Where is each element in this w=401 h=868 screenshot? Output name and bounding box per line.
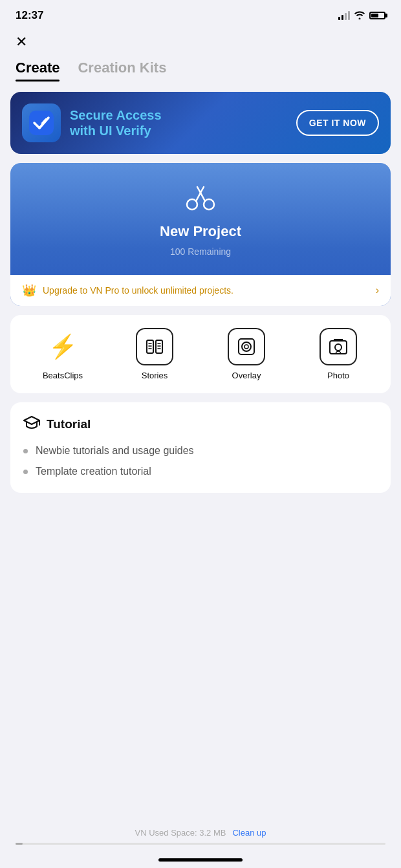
tutorial-card: Tutorial Newbie tutorials and usage guid… xyxy=(10,402,391,493)
tutorial-title: Tutorial xyxy=(47,417,91,431)
svg-rect-9 xyxy=(156,340,162,353)
crown-icon: 👑 xyxy=(22,283,36,298)
new-project-remaining: 100 Remaining xyxy=(170,246,231,257)
tutorial-items: Newbie tutorials and usage guides Templa… xyxy=(23,445,378,477)
tutorial-header: Tutorial xyxy=(23,415,378,433)
home-indicator xyxy=(158,858,243,862)
bullet-icon xyxy=(23,470,28,474)
quick-actions-card: ⚡ BeatsClips Stories xyxy=(10,315,391,393)
stories-label: Stories xyxy=(142,371,168,380)
close-button[interactable]: ✕ xyxy=(0,27,401,54)
lightning-icon: ⚡ xyxy=(44,328,81,365)
storage-info: VN Used Space: 3.2 MB Clean up xyxy=(16,828,385,838)
status-time: 12:37 xyxy=(16,9,43,22)
signal-icon xyxy=(338,11,350,20)
tab-create[interactable]: Create xyxy=(16,60,60,81)
battery-icon xyxy=(369,12,385,19)
new-project-main[interactable]: New Project 100 Remaining xyxy=(10,163,391,275)
tutorial-item-1[interactable]: Newbie tutorials and usage guides xyxy=(23,445,378,457)
storage-bar-fill xyxy=(16,843,23,845)
promo-text: Secure Access with UI Verify xyxy=(70,107,287,138)
storage-bar xyxy=(16,843,385,845)
close-icon[interactable]: ✕ xyxy=(16,34,27,50)
action-overlay[interactable]: Overlay xyxy=(221,328,272,380)
scissors-icon xyxy=(184,184,217,217)
svg-point-20 xyxy=(335,344,341,351)
tab-creation-kits[interactable]: Creation Kits xyxy=(78,60,166,81)
svg-point-17 xyxy=(242,342,251,351)
overlay-label: Overlay xyxy=(232,371,261,380)
storage-text: VN Used Space: 3.2 MB xyxy=(135,828,226,838)
action-photo[interactable]: Photo xyxy=(312,328,364,380)
svg-point-18 xyxy=(244,345,248,349)
upgrade-text: Upgrade to VN Pro to unlock unlimited pr… xyxy=(43,285,369,296)
svg-rect-19 xyxy=(330,341,347,354)
cleanup-button[interactable]: Clean up xyxy=(232,828,266,838)
svg-line-5 xyxy=(200,193,205,201)
wifi-icon xyxy=(354,10,365,21)
tutorial-item-2[interactable]: Template creation tutorial xyxy=(23,466,378,477)
quick-actions-grid: ⚡ BeatsClips Stories xyxy=(17,328,384,380)
stories-icon xyxy=(136,328,173,365)
svg-rect-8 xyxy=(147,340,153,353)
tutorial-text-1: Newbie tutorials and usage guides xyxy=(36,445,194,457)
svg-line-4 xyxy=(196,193,200,201)
new-project-card: New Project 100 Remaining 👑 Upgrade to V… xyxy=(10,163,391,306)
beats-clips-label: BeatsClips xyxy=(43,371,83,380)
promo-title: Secure Access with UI Verify xyxy=(70,107,287,138)
photo-icon xyxy=(320,328,357,365)
svg-line-7 xyxy=(200,187,204,193)
action-beats-clips[interactable]: ⚡ BeatsClips xyxy=(37,328,89,380)
action-stories[interactable]: Stories xyxy=(129,328,180,380)
graduation-icon xyxy=(23,415,40,433)
bullet-icon xyxy=(23,449,28,453)
upgrade-chevron: › xyxy=(376,285,379,296)
overlay-icon xyxy=(228,328,265,365)
footer: VN Used Space: 3.2 MB Clean up xyxy=(0,828,401,845)
photo-label: Photo xyxy=(327,371,349,380)
new-project-title: New Project xyxy=(160,223,241,240)
promo-app-icon xyxy=(22,103,61,142)
get-it-now-button[interactable]: GET IT NOW xyxy=(296,110,379,136)
status-icons xyxy=(338,10,385,21)
svg-point-1 xyxy=(39,127,41,129)
svg-line-6 xyxy=(197,187,200,193)
tutorial-text-2: Template creation tutorial xyxy=(36,466,151,477)
tab-bar: Create Creation Kits xyxy=(0,54,401,81)
content-area: Secure Access with UI Verify GET IT NOW … xyxy=(0,81,401,493)
svg-rect-16 xyxy=(239,339,254,354)
status-bar: 12:37 xyxy=(0,0,401,27)
upgrade-bar[interactable]: 👑 Upgrade to VN Pro to unlock unlimited … xyxy=(10,275,391,306)
promo-banner[interactable]: Secure Access with UI Verify GET IT NOW xyxy=(10,92,391,154)
